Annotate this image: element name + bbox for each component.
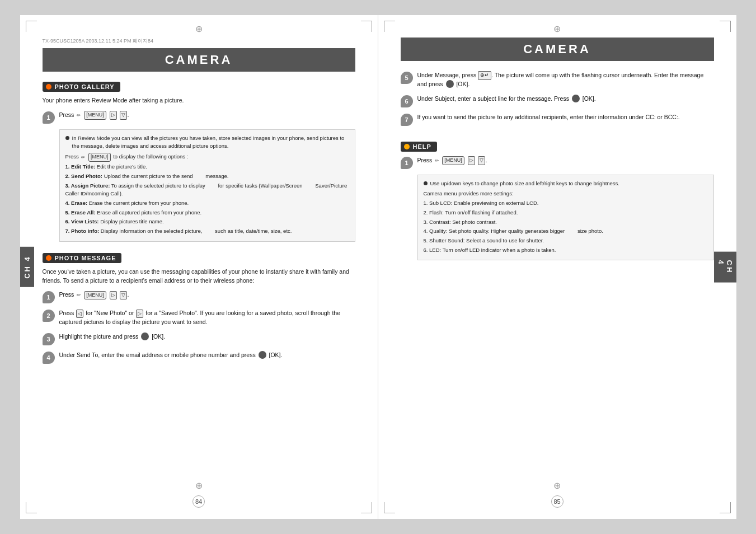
- pm-step2: 2 Press ◁ for "New Photo" or ▷ for a "Sa…: [43, 309, 355, 327]
- menu-icon-info: [MENU]: [88, 153, 111, 162]
- help-bullet-text: Use up/down keys to change photo size an…: [430, 180, 620, 188]
- ok-icon-3: [141, 332, 149, 340]
- help-item-2: 2. Flash: Turn on/off flashing if attach…: [424, 209, 708, 217]
- crosshair-bottom: ⊕: [193, 480, 204, 491]
- help-item-5: 5. Shutter Sound: Select a sound to use …: [424, 237, 708, 245]
- help-press: Press: [417, 157, 433, 163]
- right-side-tab: CH4: [714, 252, 736, 283]
- step6-content: Under Subject, enter a subject line for …: [417, 95, 714, 104]
- pm-step2-bubble: 2: [43, 310, 55, 322]
- nav-icon-1: ▷: [110, 111, 117, 120]
- pm-step1-content: Press ✏ [MENU] ▷ ▽.: [59, 291, 355, 299]
- photo-gallery-step1: 1 Press ✏ [MENU] ▷ ▽.: [43, 111, 355, 124]
- corner-bl: [26, 502, 37, 513]
- step1-press: Press: [59, 111, 74, 118]
- pm-step4-content: Under Send To, enter the email address o…: [59, 351, 355, 360]
- book-spread: CH 4 TX-95CUSC1205A 2003.12.11 5:24 PM 페…: [20, 15, 736, 519]
- photo-message-title: PHOTO MESSAGE: [43, 253, 122, 263]
- pm-menu-icon: [MENU]: [84, 291, 106, 300]
- right-page-num: 85: [551, 495, 564, 508]
- pm-step3-content: Highlight the picture and press [OK].: [59, 332, 355, 341]
- crosshair-top: ⊕: [193, 23, 204, 34]
- soft-icon: ✏: [81, 154, 85, 162]
- pm-step1-bubble: 1: [43, 291, 55, 303]
- step5-bubble: 5: [401, 72, 413, 84]
- photo-message-intro: Once you've taken a picture, you can use…: [43, 268, 355, 285]
- info-item-4: 4. Erase: Erase the current picture from…: [65, 199, 349, 208]
- nav-icon-2: ▽: [120, 111, 127, 120]
- left-page: CH 4 TX-95CUSC1205A 2003.12.11 5:24 PM 페…: [20, 15, 378, 519]
- step5: 5 Under Message, press ⊕↵. The picture w…: [401, 71, 714, 89]
- info-item-6: 6. View Lists: Display pictures title na…: [65, 218, 349, 226]
- right-crosshair-bottom: ⊕: [552, 480, 563, 491]
- step-1-bubble: 1: [43, 111, 55, 124]
- help-bullet-dot: [424, 181, 428, 185]
- help-dot: [404, 144, 410, 149]
- help-step1: 1 Press ✏ [MENU] ▷ ▽.: [401, 156, 714, 169]
- step5-content: Under Message, press ⊕↵. The picture wil…: [417, 71, 714, 89]
- menu-icon: [MENU]: [84, 111, 106, 120]
- header-bar: TX-95CUSC1205A 2003.12.11 5:24 PM 페이지84: [43, 38, 355, 45]
- help-soft-icon: ✏: [434, 157, 439, 165]
- bullet-dot: [65, 136, 69, 140]
- info-item-2: 2. Send Photo: Upload the current pictur…: [65, 172, 349, 181]
- pm-soft-icon: ✏: [76, 292, 81, 299]
- ok-icon-6: [572, 95, 580, 102]
- right-crosshair-top: ⊕: [552, 23, 563, 34]
- bullet-line: In Review Mode you can view all the pict…: [65, 134, 349, 151]
- step6-bubble: 6: [401, 95, 413, 107]
- corner-tr: [361, 21, 372, 32]
- right-page-title: CAMERA: [401, 38, 714, 61]
- help-title: HELP: [401, 142, 437, 152]
- help-infobox: Use up/down keys to change photo size an…: [417, 175, 714, 261]
- right-corner-tr: [720, 21, 731, 32]
- ok-icon-4: [259, 351, 266, 359]
- help-camera-menu: Camera menu provides more settings:: [424, 190, 708, 198]
- pm-step4-bubble: 4: [43, 352, 55, 364]
- help-item-3: 3. Contrast: Set photo contrast.: [424, 218, 708, 227]
- photo-gallery-infobox: In Review Mode you can view all the pict…: [59, 129, 355, 242]
- step7: 7 If you want to send the picture to any…: [401, 113, 714, 126]
- help-bullet: Use up/down keys to change photo size an…: [424, 180, 708, 188]
- ok-icon-5: [446, 80, 454, 88]
- step7-content: If you want to send the picture to any a…: [417, 113, 714, 122]
- soft-key-icon: ✏: [76, 112, 81, 120]
- pm-nav2: ▽: [120, 291, 127, 300]
- help-menu-icon: [MENU]: [442, 156, 464, 165]
- pm-step3: 3 Highlight the picture and press [OK].: [43, 332, 355, 345]
- help-nav1: ▷: [468, 156, 475, 165]
- pm-step2-press: Press: [59, 310, 74, 316]
- step6: 6 Under Subject, enter a subject line fo…: [401, 95, 714, 107]
- info-item-7: 7. Photo Info: Display information on th…: [65, 227, 349, 236]
- right-corner-bl: [384, 502, 395, 513]
- pm-nav-saved: ▷: [136, 310, 143, 318]
- info-item-3: 3. Assign Picture: To assign the selecte…: [65, 182, 349, 198]
- pm-step1-press: Press: [59, 291, 74, 298]
- info-item-5: 5. Erase All: Erase all captured picture…: [65, 209, 349, 217]
- help-item-4: 4. Quality: Set photo quality. Higher qu…: [424, 227, 708, 236]
- pm-nav-new: ◁: [76, 310, 83, 318]
- pm-step1: 1 Press ✏ [MENU] ▷ ▽.: [43, 291, 355, 303]
- right-corner-tl: [384, 21, 395, 32]
- step7-bubble: 7: [401, 114, 413, 126]
- help-item-6: 6. LED: Turn on/off LED indicator when a…: [424, 246, 708, 255]
- step-1-content: Press ✏ [MENU] ▷ ▽.: [59, 111, 355, 120]
- bullet-text: In Review Mode you can view all the pict…: [72, 134, 349, 151]
- section-dot: [46, 84, 51, 90]
- left-page-title: CAMERA: [43, 48, 355, 72]
- corner-br: [361, 502, 372, 513]
- left-side-tab: CH 4: [20, 247, 34, 287]
- help-nav2: ▽: [478, 156, 485, 165]
- photo-gallery-intro: Your phone enters Review Mode after taki…: [43, 96, 355, 105]
- pm-step4: 4 Under Send To, enter the email address…: [43, 351, 355, 364]
- right-corner-br: [720, 502, 731, 513]
- press-menu-line: Press ✏ [MENU] to display the following …: [65, 153, 349, 162]
- pm-step2-content: Press ◁ for "New Photo" or ▷ for a "Save…: [59, 309, 355, 327]
- pm-nav1: ▷: [110, 291, 117, 300]
- help-item-1: 1. Sub LCD: Enable previewing on externa…: [424, 199, 708, 208]
- pm-step3-bubble: 3: [43, 333, 55, 345]
- help-step1-bubble: 1: [401, 157, 413, 169]
- corner-tl: [26, 21, 37, 32]
- section-dot-2: [46, 255, 51, 261]
- right-page: CAMERA 5 Under Message, press ⊕↵. The pi…: [378, 15, 736, 519]
